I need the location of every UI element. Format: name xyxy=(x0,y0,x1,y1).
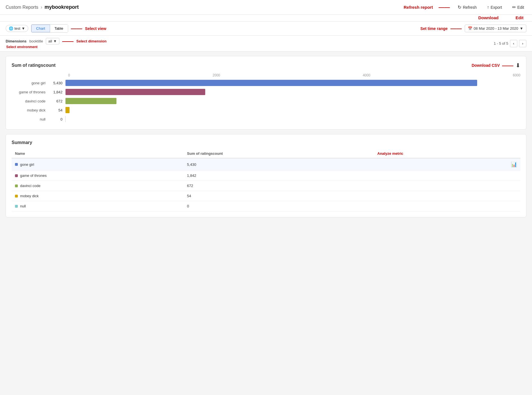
chart-row: gone girl 5,430 xyxy=(12,78,520,87)
set-time-dash: —— xyxy=(451,25,462,32)
chart-card: Sum of ratingscount Download CSV —— ⬇ 0 … xyxy=(6,56,526,130)
chart-row: game of thrones 1,842 xyxy=(12,87,520,96)
chart-row-label: game of thrones xyxy=(12,90,48,94)
chart-row: mobey dick 54 xyxy=(12,106,520,115)
chart-row-value: 5,430 xyxy=(48,81,65,85)
breadcrumb-separator: › xyxy=(41,4,42,10)
chart-bar-area xyxy=(65,98,520,104)
table-row: game of thrones 1,842 xyxy=(12,171,520,181)
download-annotation: Download xyxy=(478,15,499,20)
select-dim-annotation: Select dimension xyxy=(76,39,107,43)
table-row: davinci code 672 xyxy=(12,181,520,191)
dimension-filter-value: all xyxy=(48,39,52,43)
env-label: test xyxy=(14,26,20,31)
chart-bar-area xyxy=(65,80,520,86)
date-range-selector[interactable]: 📅 08 Mar 2020 - 13 Mar 2020 ▼ xyxy=(465,25,526,32)
summary-name-cell: gone girl xyxy=(12,158,184,171)
summary-metric-cell: 0 xyxy=(184,201,374,211)
chart-row-value: 1,842 xyxy=(48,90,65,94)
col-metric-header: Sum of ratingscount xyxy=(184,149,374,158)
chart-row: null 0 xyxy=(12,115,520,124)
analyze-button[interactable]: 📊 xyxy=(511,162,517,167)
dimensions-label: Dimensions xyxy=(6,39,27,43)
color-indicator xyxy=(15,195,18,198)
summary-analyze-cell xyxy=(374,201,520,211)
summary-analyze-cell: 📊 xyxy=(374,158,520,171)
chart-container: 0 2000 4000 6000 gone girl 5,430 game of… xyxy=(12,73,520,124)
export-label: Export xyxy=(490,5,502,10)
breadcrumb: Custom Reports › mybookreport xyxy=(6,4,401,10)
refresh-button[interactable]: ↻ Refresh xyxy=(455,3,479,11)
table-row: null 0 xyxy=(12,201,520,211)
chart-bar xyxy=(66,107,70,113)
header-actions: Refresh report —— ↻ Refresh ↑ Export ✏ E… xyxy=(404,3,526,11)
refresh-label: Refresh xyxy=(463,5,477,10)
chart-title: Sum of ratingscount xyxy=(12,63,472,68)
summary-metric-cell: 5,430 xyxy=(184,158,374,171)
summary-row-label: gone girl xyxy=(20,162,34,167)
select-env-annotation: Select environment xyxy=(6,45,107,49)
axis-label-2000: 2000 xyxy=(213,73,220,77)
summary-row-label: game of thrones xyxy=(20,173,47,178)
summary-name-cell: mobey dick xyxy=(12,191,184,201)
color-indicator xyxy=(15,184,18,187)
edit-icon: ✏ xyxy=(512,5,516,10)
summary-metric-cell: 672 xyxy=(184,181,374,191)
summary-metric-cell: 1,842 xyxy=(184,171,374,181)
refresh-icon: ↻ xyxy=(458,5,461,10)
chart-row-label: mobey dick xyxy=(12,108,48,112)
select-view-annotation: Select view xyxy=(85,26,107,31)
chart-bar-area xyxy=(65,89,520,95)
page-header: Custom Reports › mybookreport Refresh re… xyxy=(0,0,532,15)
chart-axis: 0 2000 4000 6000 xyxy=(68,73,520,77)
select-dim-dash: —— xyxy=(62,38,73,44)
date-range-label: 08 Mar 2020 - 13 Mar 2020 xyxy=(474,26,518,31)
chart-rows: gone girl 5,430 game of thrones 1,842 da… xyxy=(12,78,520,124)
table-row: mobey dick 54 xyxy=(12,191,520,201)
dimension-filter[interactable]: all ▼ xyxy=(46,38,59,44)
chart-bar xyxy=(66,98,116,104)
chart-bar-area xyxy=(65,116,520,122)
date-range-dropdown-icon: ▼ xyxy=(520,26,523,31)
download-csv-button[interactable]: ⬇ xyxy=(516,62,520,69)
summary-title: Summary xyxy=(12,140,520,145)
summary-row-label: davinci code xyxy=(20,184,40,188)
export-button[interactable]: ↑ Export xyxy=(485,4,504,11)
summary-tbody: gone girl 5,430 📊 game of thrones 1,842 … xyxy=(12,158,520,211)
chart-row-value: 54 xyxy=(48,108,65,112)
summary-name-cell: davinci code xyxy=(12,181,184,191)
summary-name-cell: null xyxy=(12,201,184,211)
dimension-filter-icon: ▼ xyxy=(53,39,57,43)
summary-analyze-cell xyxy=(374,171,520,181)
summary-analyze-cell xyxy=(374,181,520,191)
calendar-icon: 📅 xyxy=(468,26,472,31)
select-view-dash: —— xyxy=(71,25,82,32)
summary-analyze-cell xyxy=(374,191,520,201)
edit-button[interactable]: ✏ Edit xyxy=(510,3,526,11)
dimensions-bar: Dimensions booktitle all ▼ —— Select dim… xyxy=(0,36,532,51)
chart-bar-area xyxy=(65,107,520,113)
breadcrumb-current: mybookreport xyxy=(45,4,79,10)
breadcrumb-parent[interactable]: Custom Reports xyxy=(6,5,38,10)
set-time-annotation: Set time range xyxy=(420,26,447,31)
color-indicator xyxy=(15,174,18,177)
chart-row-value: 672 xyxy=(48,99,65,103)
color-indicator xyxy=(15,163,18,166)
env-dropdown-icon: ▼ xyxy=(21,26,25,31)
globe-icon: 🌐 xyxy=(9,26,13,31)
chart-bar xyxy=(66,89,205,95)
download-csv-dash: —— xyxy=(502,62,513,69)
summary-row-label: mobey dick xyxy=(20,194,39,198)
chart-header: Sum of ratingscount Download CSV —— ⬇ xyxy=(12,62,520,69)
axis-label-6000: 6000 xyxy=(513,73,520,77)
next-page-button[interactable]: › xyxy=(519,40,526,47)
environment-selector[interactable]: 🌐 test ▼ xyxy=(6,25,28,32)
summary-table: Name Sum of ratingscount Analyze metric … xyxy=(12,149,520,211)
chart-bar xyxy=(66,80,477,86)
chart-row-value: 0 xyxy=(48,117,65,121)
dimension-field: booktitle xyxy=(29,39,43,43)
chart-tab[interactable]: Chart xyxy=(31,25,50,32)
prev-page-button[interactable]: ‹ xyxy=(510,40,517,47)
summary-row-label: null xyxy=(20,204,26,208)
table-tab[interactable]: Table xyxy=(50,25,68,32)
